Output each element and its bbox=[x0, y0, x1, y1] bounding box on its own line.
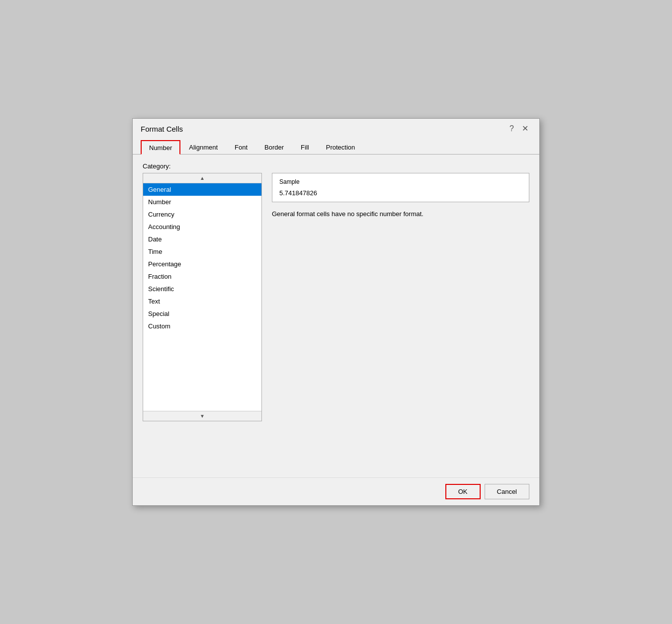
category-item-time[interactable]: Time bbox=[143, 245, 261, 258]
category-item-special[interactable]: Special bbox=[143, 308, 261, 320]
category-list-container: ▲ General Number Currency Accounting Dat… bbox=[143, 173, 262, 421]
description-text: General format cells have no specific nu… bbox=[272, 209, 529, 219]
right-panel: Sample 5.741847826 General format cells … bbox=[272, 173, 529, 469]
category-item-date[interactable]: Date bbox=[143, 233, 261, 245]
tab-alignment[interactable]: Alignment bbox=[180, 140, 226, 155]
format-cells-dialog: Format Cells ? ✕ Number Alignment Font B… bbox=[132, 118, 540, 506]
sample-value: 5.741847826 bbox=[279, 189, 522, 197]
category-item-fraction[interactable]: Fraction bbox=[143, 270, 261, 283]
cancel-button[interactable]: Cancel bbox=[485, 484, 529, 499]
ok-button[interactable]: OK bbox=[445, 484, 481, 499]
help-button[interactable]: ? bbox=[506, 124, 517, 134]
tabs-row: Number Alignment Font Border Fill Protec… bbox=[133, 136, 539, 155]
dialog-body: Category: ▲ General Number Currency Acco… bbox=[133, 155, 539, 477]
tab-number[interactable]: Number bbox=[141, 140, 180, 155]
category-item-text[interactable]: Text bbox=[143, 295, 261, 308]
category-item-custom[interactable]: Custom bbox=[143, 320, 261, 332]
scroll-up-button[interactable]: ▲ bbox=[143, 173, 261, 183]
sample-box: Sample 5.741847826 bbox=[272, 173, 529, 202]
category-item-number[interactable]: Number bbox=[143, 196, 261, 208]
title-bar-controls: ? ✕ bbox=[506, 124, 531, 134]
close-button[interactable]: ✕ bbox=[519, 124, 531, 134]
category-item-accounting[interactable]: Accounting bbox=[143, 221, 261, 233]
title-bar: Format Cells ? ✕ bbox=[133, 119, 539, 134]
dialog-footer: OK Cancel bbox=[133, 477, 539, 505]
tab-protection[interactable]: Protection bbox=[318, 140, 364, 155]
category-item-general[interactable]: General bbox=[143, 183, 261, 196]
main-content: ▲ General Number Currency Accounting Dat… bbox=[143, 173, 529, 469]
category-list: General Number Currency Accounting Date … bbox=[143, 183, 261, 411]
list-with-scroll: General Number Currency Accounting Date … bbox=[143, 183, 261, 411]
tab-border[interactable]: Border bbox=[256, 140, 292, 155]
sample-label: Sample bbox=[279, 178, 522, 185]
category-item-percentage[interactable]: Percentage bbox=[143, 258, 261, 270]
category-item-currency[interactable]: Currency bbox=[143, 208, 261, 221]
tab-font[interactable]: Font bbox=[226, 140, 256, 155]
category-item-scientific[interactable]: Scientific bbox=[143, 283, 261, 295]
category-label: Category: bbox=[143, 162, 529, 170]
scroll-down-button[interactable]: ▼ bbox=[143, 411, 261, 421]
dialog-title: Format Cells bbox=[141, 125, 183, 133]
tab-fill[interactable]: Fill bbox=[292, 140, 318, 155]
